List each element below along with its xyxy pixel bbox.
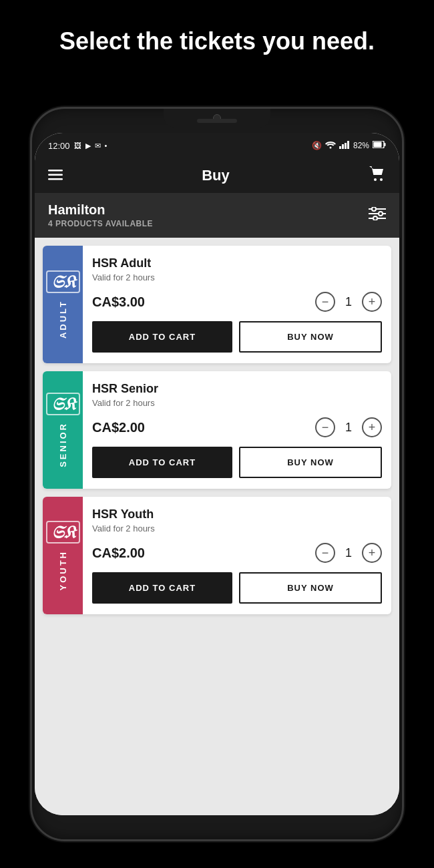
ticket-card-senior: 𝔖𝔎 SENIOR HSR Senior Valid for 2 hours C…	[43, 371, 391, 489]
ticket-label-adult: 𝔖𝔎 ADULT	[43, 246, 83, 363]
ticket-content-senior: HSR Senior Valid for 2 hours CA$2.00 − 1…	[83, 371, 391, 489]
ticket-card-adult: 𝔖𝔎 ADULT HSR Adult Valid for 2 hours CA$…	[43, 246, 391, 363]
page-title: Select the tickets you need.	[0, 0, 434, 75]
senior-decrease-button[interactable]: −	[315, 417, 335, 437]
mail-icon: ✉	[95, 142, 101, 150]
youth-price: CA$2.00	[92, 546, 145, 561]
adult-increase-button[interactable]: +	[362, 292, 382, 312]
senior-ticket-name: HSR Senior	[92, 382, 382, 396]
svg-rect-8	[48, 170, 63, 172]
senior-logo: 𝔖𝔎	[46, 393, 80, 415]
svg-point-11	[374, 178, 377, 181]
senior-increase-button[interactable]: +	[362, 417, 382, 437]
adult-logo: 𝔖𝔎	[46, 270, 80, 293]
phone-wrapper: 12:00 🖼 ▶ ✉ • 🔇	[30, 107, 404, 841]
ticket-content-youth: HSR Youth Valid for 2 hours CA$2.00 − 1 …	[83, 497, 391, 614]
youth-decrease-button[interactable]: −	[315, 543, 335, 563]
adult-ticket-validity: Valid for 2 hours	[92, 272, 382, 282]
senior-buy-now-button[interactable]: BUY NOW	[239, 447, 382, 478]
ticket-label-youth: 𝔖𝔎 YOUTH	[43, 497, 83, 614]
svg-point-16	[372, 207, 376, 211]
product-header: Hamilton 4 PRODUCTS AVAILABLE	[35, 193, 399, 238]
status-time: 12:00	[48, 141, 70, 151]
product-count: 4 PRODUCTS AVAILABLE	[48, 219, 153, 228]
adult-quantity: 1	[343, 295, 354, 309]
youth-increase-button[interactable]: +	[362, 543, 382, 563]
senior-price-row: CA$2.00 − 1 +	[92, 417, 382, 437]
wifi-icon	[325, 141, 336, 151]
senior-quantity-control: − 1 +	[315, 417, 382, 437]
phone-screen: 12:00 🖼 ▶ ✉ • 🔇	[35, 133, 399, 815]
svg-point-12	[380, 178, 383, 181]
adult-quantity-control: − 1 +	[315, 292, 382, 312]
svg-point-18	[373, 216, 377, 220]
adult-ticket-name: HSR Adult	[92, 256, 382, 270]
phone-shell: 12:00 🖼 ▶ ✉ • 🔇	[30, 107, 404, 841]
adult-add-to-cart-button[interactable]: ADD TO CART	[92, 321, 232, 353]
svg-rect-9	[48, 174, 63, 176]
svg-rect-7	[374, 142, 382, 148]
senior-add-to-cart-button[interactable]: ADD TO CART	[92, 447, 232, 478]
youth-ticket-validity: Valid for 2 hours	[92, 523, 382, 533]
nav-title: Buy	[202, 167, 230, 184]
signal-icon	[339, 141, 350, 151]
svg-rect-2	[342, 144, 344, 149]
status-right: 🔇	[312, 141, 386, 151]
adult-decrease-button[interactable]: −	[315, 292, 335, 312]
speaker	[197, 119, 237, 123]
youth-label-text: YOUTH	[58, 550, 68, 591]
status-left: 12:00 🖼 ▶ ✉ •	[48, 141, 107, 151]
svg-rect-4	[347, 141, 349, 149]
ticket-label-senior: 𝔖𝔎 SENIOR	[43, 371, 83, 489]
adult-buy-now-button[interactable]: BUY NOW	[239, 321, 382, 353]
svg-rect-3	[345, 143, 347, 149]
youth-ticket-name: HSR Youth	[92, 507, 382, 521]
svg-rect-1	[339, 146, 341, 149]
dot-icon: •	[105, 142, 107, 150]
product-name: Hamilton	[48, 202, 153, 218]
video-icon: ▶	[85, 142, 91, 150]
senior-price: CA$2.00	[92, 420, 145, 435]
senior-ticket-validity: Valid for 2 hours	[92, 398, 382, 408]
senior-quantity: 1	[343, 421, 354, 435]
ticket-content-adult: HSR Adult Valid for 2 hours CA$3.00 − 1 …	[83, 246, 391, 363]
status-bar: 12:00 🖼 ▶ ✉ • 🔇	[35, 133, 399, 158]
hamburger-icon[interactable]	[48, 168, 63, 184]
youth-buy-now-button[interactable]: BUY NOW	[239, 572, 382, 604]
product-header-left: Hamilton 4 PRODUCTS AVAILABLE	[48, 202, 153, 228]
filter-icon[interactable]	[369, 207, 386, 224]
senior-label-text: SENIOR	[58, 422, 68, 467]
content-area: 𝔖𝔎 ADULT HSR Adult Valid for 2 hours CA$…	[35, 238, 399, 815]
youth-logo: 𝔖𝔎	[46, 521, 80, 544]
cart-icon[interactable]	[369, 166, 386, 186]
svg-point-17	[379, 212, 383, 216]
adult-price-row: CA$3.00 − 1 +	[92, 292, 382, 312]
adult-actions: ADD TO CART BUY NOW	[92, 321, 382, 353]
youth-quantity-control: − 1 +	[315, 543, 382, 563]
ticket-card-youth: 𝔖𝔎 YOUTH HSR Youth Valid for 2 hours CA$…	[43, 497, 391, 614]
image-icon: 🖼	[74, 142, 81, 150]
youth-add-to-cart-button[interactable]: ADD TO CART	[92, 572, 232, 604]
mute-icon: 🔇	[312, 141, 322, 150]
youth-actions: ADD TO CART BUY NOW	[92, 572, 382, 604]
battery-text: 82%	[353, 141, 369, 150]
adult-price: CA$3.00	[92, 294, 145, 310]
top-nav: Buy	[35, 158, 399, 193]
youth-price-row: CA$2.00 − 1 +	[92, 543, 382, 563]
senior-actions: ADD TO CART BUY NOW	[92, 447, 382, 478]
svg-rect-6	[385, 143, 386, 146]
svg-point-0	[329, 146, 331, 148]
adult-label-text: ADULT	[58, 300, 68, 339]
svg-rect-10	[48, 178, 63, 180]
battery-icon	[373, 141, 386, 150]
youth-quantity: 1	[343, 546, 354, 560]
